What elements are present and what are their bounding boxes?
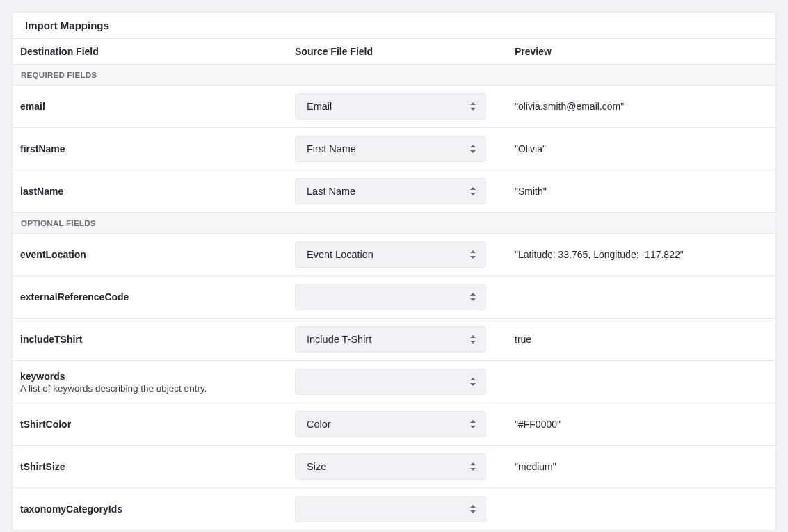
page-container: Import Mappings Destination Field Source… xyxy=(0,0,788,532)
source-field-select-taxonomycategoryids[interactable] xyxy=(295,496,486,522)
section-required-fields: REQUIRED FIELDS xyxy=(13,65,775,86)
preview-value: "olivia.smith@email.com" xyxy=(501,101,763,112)
destination-field-label: tShirtColor xyxy=(20,419,288,430)
source-field-select-eventlocation[interactable]: Event Location xyxy=(295,241,486,268)
mapping-row-includetshirt: includeTShirt Include T-Shirt true xyxy=(13,319,775,361)
source-field-select-tshirtcolor[interactable]: Color xyxy=(295,411,486,437)
section-optional-fields: OPTIONAL FIELDS xyxy=(13,213,775,234)
destination-field-label: email xyxy=(20,101,288,112)
mapping-row-taxonomycategoryids: taxonomyCategoryIds xyxy=(13,488,775,530)
mapping-row-lastname: lastName Last Name "Smith" xyxy=(13,170,775,213)
source-field-select-keywords[interactable] xyxy=(295,369,486,395)
preview-value: "medium" xyxy=(501,461,763,472)
column-header-source: Source File Field xyxy=(295,46,501,57)
destination-field-label: firstName xyxy=(20,143,288,154)
source-field-select-lastname[interactable]: Last Name xyxy=(295,178,486,204)
mapping-row-keywords: keywords A list of keywords describing t… xyxy=(13,361,775,403)
column-header-destination: Destination Field xyxy=(20,46,295,57)
source-field-select-tshirtsize[interactable]: Size xyxy=(295,453,486,480)
mapping-row-eventlocation: eventLocation Event Location "Latitude: … xyxy=(13,234,775,276)
preview-value: "Smith" xyxy=(501,186,763,197)
destination-field-description: A list of keywords describing the object… xyxy=(20,383,288,394)
mapping-row-externalreferencecode: externalReferenceCode xyxy=(13,276,775,319)
mapping-row-tshirtcolor: tShirtColor Color "#FF0000" xyxy=(13,403,775,446)
destination-field-label: tShirtSize xyxy=(20,461,288,472)
destination-field-label: taxonomyCategoryIds xyxy=(20,503,288,515)
source-field-select-externalreferencecode[interactable] xyxy=(295,284,486,310)
column-header-row: Destination Field Source File Field Prev… xyxy=(13,39,775,65)
column-header-preview: Preview xyxy=(501,46,763,57)
preview-value: "Latitude: 33.765, Longitude: -117.822" xyxy=(501,249,763,260)
destination-field-label: eventLocation xyxy=(20,249,288,260)
source-field-select-email[interactable]: Email xyxy=(295,93,486,120)
preview-value: true xyxy=(501,334,763,345)
source-field-select-firstname[interactable]: First Name xyxy=(295,136,486,162)
destination-field-label: lastName xyxy=(20,186,288,197)
mapping-row-tshirtsize: tShirtSize Size "medium" xyxy=(13,446,775,488)
destination-field-label: includeTShirt xyxy=(20,334,288,345)
mapping-row-email: email Email "olivia.smith@email.com" xyxy=(13,86,775,128)
destination-field-label: externalReferenceCode xyxy=(20,291,288,303)
preview-value: "Olivia" xyxy=(501,143,763,154)
import-mappings-panel: Import Mappings Destination Field Source… xyxy=(12,12,776,531)
source-field-select-includetshirt[interactable]: Include T-Shirt xyxy=(295,326,486,353)
preview-value: "#FF0000" xyxy=(501,419,763,430)
destination-field-label: keywords xyxy=(20,371,288,382)
panel-title: Import Mappings xyxy=(13,13,775,39)
mapping-row-firstname: firstName First Name "Olivia" xyxy=(13,128,775,170)
